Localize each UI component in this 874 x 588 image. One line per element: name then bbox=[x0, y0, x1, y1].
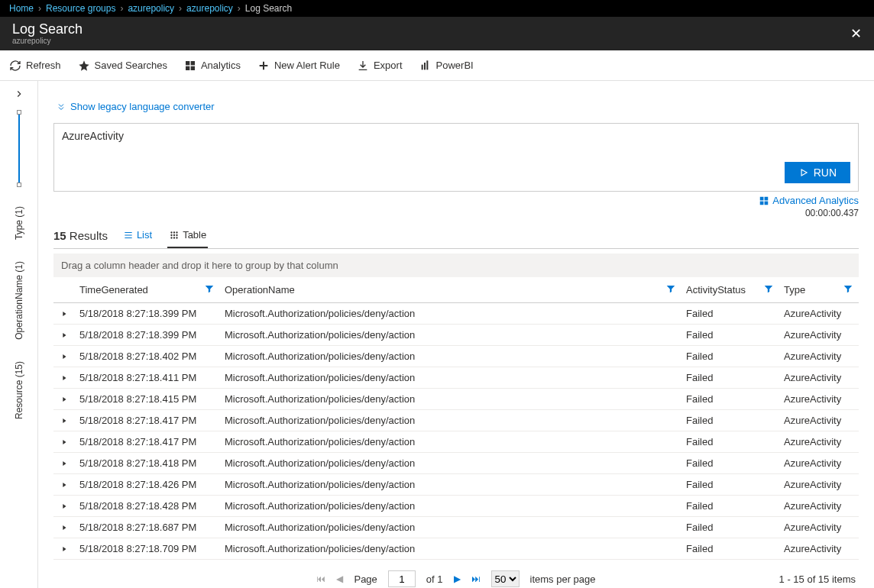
new-alert-rule-button[interactable]: New Alert Rule bbox=[257, 60, 340, 72]
expand-row-icon[interactable] bbox=[53, 412, 75, 429]
table-row[interactable]: 5/18/2018 8:27:18.709 PMMicrosoft.Author… bbox=[53, 538, 859, 560]
query-editor[interactable]: AzureActivity RUN bbox=[53, 123, 859, 192]
expand-row-icon[interactable] bbox=[53, 305, 75, 322]
powerbi-button[interactable]: PowerBI bbox=[419, 60, 474, 72]
expand-row-icon[interactable] bbox=[53, 498, 75, 515]
table-row[interactable]: 5/18/2018 8:27:18.417 PMMicrosoft.Author… bbox=[53, 410, 859, 431]
expand-row-icon[interactable] bbox=[53, 327, 75, 344]
table-row[interactable]: 5/18/2018 8:27:18.415 PMMicrosoft.Author… bbox=[53, 389, 859, 410]
expand-row-icon[interactable] bbox=[53, 391, 75, 408]
run-button[interactable]: RUN bbox=[785, 162, 850, 183]
expand-rail-icon[interactable] bbox=[14, 89, 24, 102]
pager-first-icon[interactable]: ⏮ bbox=[316, 573, 325, 584]
cell-type: AzureActivity bbox=[779, 431, 859, 452]
svg-rect-8 bbox=[765, 196, 769, 200]
breadcrumb-link[interactable]: Resource groups bbox=[46, 3, 115, 14]
expand-row-icon[interactable] bbox=[53, 370, 75, 386]
table-row[interactable]: 5/18/2018 8:27:18.687 PMMicrosoft.Author… bbox=[53, 517, 859, 538]
filter-icon[interactable] bbox=[204, 283, 215, 296]
view-list-toggle[interactable]: List bbox=[121, 225, 154, 247]
cell-status: Failed bbox=[681, 367, 779, 388]
column-status[interactable]: ActivityStatus bbox=[681, 277, 779, 302]
cell-operation: Microsoft.Authorization/policies/deny/ac… bbox=[220, 453, 681, 473]
pager-per-page-select[interactable]: 50 bbox=[491, 570, 520, 587]
cell-operation: Microsoft.Authorization/policies/deny/ac… bbox=[220, 367, 681, 388]
pager-per-page-label: items per page bbox=[530, 573, 596, 585]
table-row[interactable]: 5/18/2018 8:27:18.411 PMMicrosoft.Author… bbox=[53, 367, 859, 389]
expand-row-icon[interactable] bbox=[53, 477, 75, 493]
export-label: Export bbox=[374, 60, 403, 71]
expand-row-icon[interactable] bbox=[53, 541, 75, 557]
run-label: RUN bbox=[814, 166, 837, 179]
filter-icon[interactable] bbox=[763, 283, 774, 296]
page-subtitle: azurepolicy bbox=[12, 37, 83, 45]
cell-operation: Microsoft.Authorization/policies/deny/ac… bbox=[220, 410, 681, 431]
pager-page-label: Page bbox=[354, 573, 377, 585]
facet-tab-operationname[interactable]: OperationName (1) bbox=[14, 261, 24, 340]
group-drop-hint[interactable]: Drag a column header and drop it here to… bbox=[53, 254, 859, 277]
table-row[interactable]: 5/18/2018 8:27:18.426 PMMicrosoft.Author… bbox=[53, 474, 859, 496]
cell-time: 5/18/2018 8:27:18.418 PM bbox=[75, 453, 220, 473]
cell-status: Failed bbox=[681, 538, 779, 559]
pager-summary: 1 - 15 of 15 items bbox=[779, 573, 856, 585]
legacy-converter-link[interactable]: Show legacy language converter bbox=[57, 101, 856, 112]
table-row[interactable]: 5/18/2018 8:27:18.399 PMMicrosoft.Author… bbox=[53, 303, 859, 325]
breadcrumb-link[interactable]: Home bbox=[9, 3, 34, 14]
pager-last-icon[interactable]: ⏭ bbox=[471, 573, 481, 584]
view-table-toggle[interactable]: Table bbox=[167, 225, 208, 248]
breadcrumb-current: Log Search bbox=[245, 3, 292, 14]
breadcrumb-link[interactable]: azurepolicy bbox=[186, 3, 233, 14]
table-row[interactable]: 5/18/2018 8:27:18.399 PMMicrosoft.Author… bbox=[53, 325, 859, 346]
cell-type: AzureActivity bbox=[779, 367, 859, 388]
view-table-label: Table bbox=[183, 229, 206, 241]
results-grid: TimeGenerated OperationName ActivityStat… bbox=[53, 277, 859, 560]
refresh-button[interactable]: Refresh bbox=[9, 60, 61, 72]
svg-point-13 bbox=[176, 231, 177, 233]
expand-row-icon[interactable] bbox=[53, 434, 75, 451]
facet-tab-resource[interactable]: Resource (15) bbox=[14, 361, 24, 419]
advanced-analytics-label: Advanced Analytics bbox=[772, 195, 859, 206]
column-time[interactable]: TimeGenerated bbox=[75, 277, 220, 302]
legacy-converter-label: Show legacy language converter bbox=[70, 101, 215, 112]
cell-type: AzureActivity bbox=[779, 346, 859, 367]
analytics-icon bbox=[184, 60, 196, 72]
filter-icon[interactable] bbox=[843, 283, 853, 296]
analytics-button[interactable]: Analytics bbox=[184, 60, 241, 72]
table-row[interactable]: 5/18/2018 8:27:18.428 PMMicrosoft.Author… bbox=[53, 496, 859, 517]
svg-point-19 bbox=[176, 237, 177, 238]
cell-status: Failed bbox=[681, 389, 779, 409]
expand-row-icon[interactable] bbox=[53, 455, 75, 472]
cell-operation: Microsoft.Authorization/policies/deny/ac… bbox=[220, 517, 681, 538]
filter-icon[interactable] bbox=[665, 283, 676, 296]
table-row[interactable]: 5/18/2018 8:27:18.417 PMMicrosoft.Author… bbox=[53, 431, 859, 453]
cell-type: AzureActivity bbox=[779, 389, 859, 409]
expand-row-icon[interactable] bbox=[53, 519, 75, 536]
advanced-analytics-link[interactable]: Advanced Analytics bbox=[759, 195, 859, 206]
cell-time: 5/18/2018 8:27:18.687 PM bbox=[75, 517, 220, 538]
svg-rect-6 bbox=[426, 60, 428, 69]
facet-tab-type[interactable]: Type (1) bbox=[14, 206, 24, 240]
time-range-slider[interactable] bbox=[18, 112, 20, 185]
refresh-label: Refresh bbox=[26, 60, 61, 71]
pager-prev-icon[interactable]: ◀ bbox=[336, 573, 343, 584]
table-row[interactable]: 5/18/2018 8:27:18.402 PMMicrosoft.Author… bbox=[53, 346, 859, 367]
svg-rect-10 bbox=[765, 201, 769, 205]
expand-row-icon[interactable] bbox=[53, 348, 75, 365]
saved-searches-button[interactable]: Saved Searches bbox=[78, 60, 167, 72]
column-status-label: ActivityStatus bbox=[686, 284, 746, 296]
cell-type: AzureActivity bbox=[779, 325, 859, 345]
pager-next-icon[interactable]: ▶ bbox=[454, 573, 461, 584]
breadcrumb-link[interactable]: azurepolicy bbox=[128, 3, 174, 14]
cell-operation: Microsoft.Authorization/policies/deny/ac… bbox=[220, 496, 681, 516]
column-type[interactable]: Type bbox=[779, 277, 859, 302]
cell-operation: Microsoft.Authorization/policies/deny/ac… bbox=[220, 389, 681, 409]
cell-operation: Microsoft.Authorization/policies/deny/ac… bbox=[220, 303, 681, 324]
svg-point-12 bbox=[173, 231, 175, 233]
table-row[interactable]: 5/18/2018 8:27:18.418 PMMicrosoft.Author… bbox=[53, 453, 859, 474]
view-list-label: List bbox=[137, 229, 152, 241]
export-button[interactable]: Export bbox=[357, 60, 403, 72]
close-icon[interactable]: ✕ bbox=[850, 25, 862, 42]
cell-time: 5/18/2018 8:27:18.411 PM bbox=[75, 367, 220, 388]
pager-page-input[interactable] bbox=[388, 570, 416, 587]
column-operation[interactable]: OperationName bbox=[220, 277, 681, 302]
